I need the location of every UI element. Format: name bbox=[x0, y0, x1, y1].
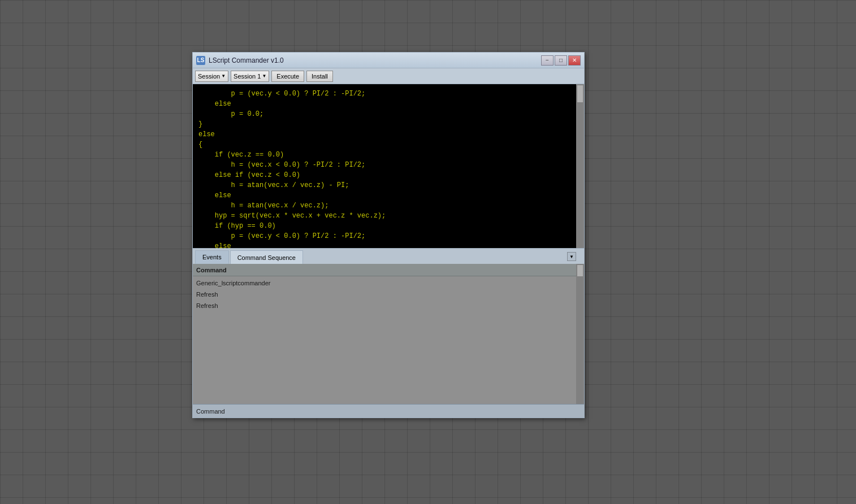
list-item[interactable]: Refresh bbox=[193, 300, 584, 311]
code-scroll-area: p = (vec.y < 0.0) ? PI/2 : -PI/2; else p… bbox=[193, 84, 584, 248]
session-label: Session bbox=[198, 73, 220, 80]
session1-dropdown[interactable]: Session 1 ▼ bbox=[231, 71, 269, 82]
toolbar: Session ▼ Session 1 ▼ Execute Install bbox=[193, 68, 584, 84]
events-header: Command bbox=[193, 264, 584, 276]
command-label: Command bbox=[196, 408, 225, 415]
tab-events[interactable]: Events bbox=[195, 250, 229, 264]
events-vertical-scrollbar[interactable] bbox=[576, 264, 584, 404]
install-button[interactable]: Install bbox=[306, 71, 333, 82]
title-bar: LS LScript Commander v1.0 − □ ✕ bbox=[193, 53, 584, 68]
window-title: LScript Commander v1.0 bbox=[209, 57, 284, 64]
session1-label: Session 1 bbox=[234, 73, 261, 80]
tabs-bar: Events Command Sequence ▼ bbox=[193, 248, 584, 264]
session-dropdown[interactable]: Session ▼ bbox=[195, 71, 228, 82]
close-button[interactable]: ✕ bbox=[568, 55, 581, 66]
maximize-button[interactable]: □ bbox=[555, 55, 567, 66]
tab-dropdown-button[interactable]: ▼ bbox=[567, 252, 576, 261]
title-bar-left: LS LScript Commander v1.0 bbox=[196, 56, 284, 65]
title-buttons: − □ ✕ bbox=[541, 55, 581, 66]
session-dropdown-arrow: ▼ bbox=[221, 73, 226, 79]
execute-button[interactable]: Execute bbox=[271, 71, 304, 82]
code-editor[interactable]: p = (vec.y < 0.0) ? PI/2 : -PI/2; else p… bbox=[193, 84, 584, 248]
bottom-bar: Command bbox=[193, 404, 584, 418]
main-window: LS LScript Commander v1.0 − □ ✕ Session … bbox=[192, 52, 585, 418]
session1-dropdown-arrow: ▼ bbox=[262, 73, 266, 79]
app-icon: LS bbox=[196, 56, 205, 65]
scrollbar-thumb[interactable] bbox=[577, 85, 583, 102]
events-scrollbar-thumb[interactable] bbox=[577, 265, 583, 276]
tab-command-sequence[interactable]: Command Sequence bbox=[230, 250, 303, 264]
code-vertical-scrollbar[interactable] bbox=[576, 84, 584, 248]
list-item[interactable]: Generic_lscriptcommander bbox=[193, 277, 584, 289]
events-list: Generic_lscriptcommanderRefreshRefresh bbox=[193, 276, 584, 404]
events-panel: Command Generic_lscriptcommanderRefreshR… bbox=[193, 264, 584, 404]
list-item[interactable]: Refresh bbox=[193, 289, 584, 300]
minimize-button[interactable]: − bbox=[541, 55, 554, 66]
code-content: p = (vec.y < 0.0) ? PI/2 : -PI/2; else p… bbox=[193, 84, 584, 248]
